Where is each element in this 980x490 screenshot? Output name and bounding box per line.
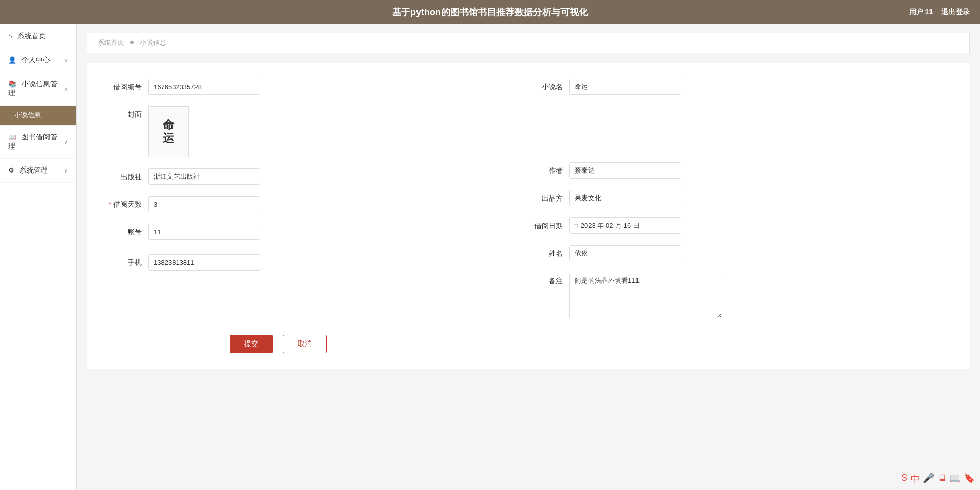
borrow-date-wrap[interactable]: □ 2023 年 02 月 16 日 — [569, 217, 681, 234]
cancel-button[interactable]: 取消 — [283, 335, 327, 353]
publisher-label: 出版社 — [107, 168, 148, 185]
bookmark-icon: 🔖 — [964, 473, 975, 485]
book-icon: 📚 — [8, 80, 16, 88]
remark-label: 备注 — [528, 273, 569, 289]
cover-row: 封面 命 运 — [107, 106, 528, 157]
novel-name-input[interactable] — [569, 79, 681, 95]
cover-title: 命 运 — [163, 118, 174, 145]
breadcrumb-current: 小说信息 — [140, 39, 166, 46]
header-right: 用户 11 退出登录 — [909, 8, 970, 17]
producer-label: 出品方 — [528, 190, 569, 206]
breadcrumb-home[interactable]: 系统首页 — [97, 39, 124, 46]
author-label: 作者 — [528, 162, 569, 179]
borrow-days-input[interactable] — [148, 196, 260, 212]
remark-row: 备注 阿是的法晶环填看111| — [528, 273, 949, 318]
gear-icon: ⚙ — [8, 166, 14, 174]
cover-spacer — [528, 106, 949, 162]
bottom-icons: S 中 🎤 🖥 📖 🔖 — [901, 473, 975, 485]
home-icon: ⌂ — [8, 32, 12, 40]
sidebar-item-borrow-mgmt[interactable]: 📖 图书借阅管理 ∨ — [0, 126, 76, 159]
breadcrumb: 系统首页 ≡ 小说信息 — [87, 33, 970, 53]
phone-input[interactable] — [148, 254, 260, 271]
name-row: 姓名 — [528, 245, 949, 261]
borrow-date-row: 借阅日期 □ 2023 年 02 月 16 日 — [528, 217, 949, 234]
form-container: 借阅编号 封面 命 运 — [87, 63, 970, 369]
sidebar-item-home[interactable]: ⌂ 系统首页 — [0, 24, 76, 48]
sidebar-item-sys-mgmt[interactable]: ⚙ 系统管理 ∨ — [0, 159, 76, 183]
main-content: 系统首页 ≡ 小说信息 借阅编号 封面 — [77, 24, 980, 490]
author-input[interactable] — [569, 162, 681, 179]
producer-row: 出品方 — [528, 190, 949, 206]
name-label: 姓名 — [528, 245, 569, 261]
phone-label: 手机 — [107, 254, 148, 271]
user-label: 用户 11 — [909, 8, 933, 17]
sidebar-item-personal[interactable]: 👤 个人中心 ∨ — [0, 48, 76, 72]
name-input[interactable] — [569, 245, 681, 261]
author-row: 作者 — [528, 162, 949, 179]
form-col-right: 小说名 作者 出品方 — [528, 79, 949, 330]
remark-textarea[interactable]: 阿是的法晶环填看111| — [569, 273, 722, 318]
phone-row: 手机 — [107, 254, 528, 271]
borrow-date-label: 借阅日期 — [528, 217, 569, 234]
cover-label: 封面 — [107, 106, 148, 122]
borrow-days-label: 借阅天数 — [107, 196, 148, 212]
borrow-no-label: 借阅编号 — [107, 79, 148, 95]
person-icon: 👤 — [8, 56, 16, 64]
borrow-no-row: 借阅编号 — [107, 79, 528, 95]
borrow-days-row: 借阅天数 — [107, 196, 528, 212]
account-row: 账号 — [107, 224, 528, 240]
breadcrumb-separator: ≡ — [130, 39, 134, 46]
header: 基于python的图书馆书目推荐数据分析与可视化 用户 11 退出登录 — [0, 0, 980, 24]
publisher-row: 出版社 — [107, 168, 528, 185]
mic-icon: 🎤 — [923, 473, 934, 485]
cover-image: 命 运 — [148, 106, 189, 157]
submit-button[interactable]: 提交 — [230, 335, 273, 353]
account-input[interactable] — [148, 224, 260, 240]
button-area: 提交 取消 — [107, 335, 949, 353]
chevron-sys: ∨ — [64, 167, 68, 174]
sidebar: ⌂ 系统首页 👤 个人中心 ∨ 📚 小说信息管理 ∧ 小说信息 📖 图书借阅管理 — [0, 24, 77, 490]
borrow-no-input[interactable] — [148, 79, 260, 95]
publisher-input[interactable] — [148, 168, 260, 185]
input-icon: 中 — [911, 473, 920, 485]
novel-name-label: 小说名 — [528, 79, 569, 95]
header-title: 基于python的图书馆书目推荐数据分析与可视化 — [392, 6, 588, 18]
account-label: 账号 — [107, 224, 148, 240]
novel-name-row: 小说名 — [528, 79, 949, 95]
s-icon: S — [901, 473, 908, 485]
producer-input[interactable] — [569, 190, 681, 206]
borrow-date-value: 2023 年 02 月 16 日 — [581, 221, 640, 230]
logout-link[interactable]: 退出登录 — [941, 8, 970, 17]
sidebar-sub-item-novel-info[interactable]: 小说信息 — [0, 106, 76, 126]
form-col-left: 借阅编号 封面 命 运 — [107, 79, 528, 330]
chevron-borrow: ∨ — [64, 139, 68, 145]
read-icon: 📖 — [949, 473, 961, 485]
sidebar-item-novel-mgmt[interactable]: 📚 小说信息管理 ∧ — [0, 72, 76, 106]
chevron-novel: ∧ — [64, 86, 68, 92]
chevron-personal: ∨ — [64, 57, 68, 64]
screen-icon: 🖥 — [937, 473, 946, 485]
calendar-icon: □ — [574, 222, 578, 230]
borrow-icon: 📖 — [8, 133, 16, 141]
